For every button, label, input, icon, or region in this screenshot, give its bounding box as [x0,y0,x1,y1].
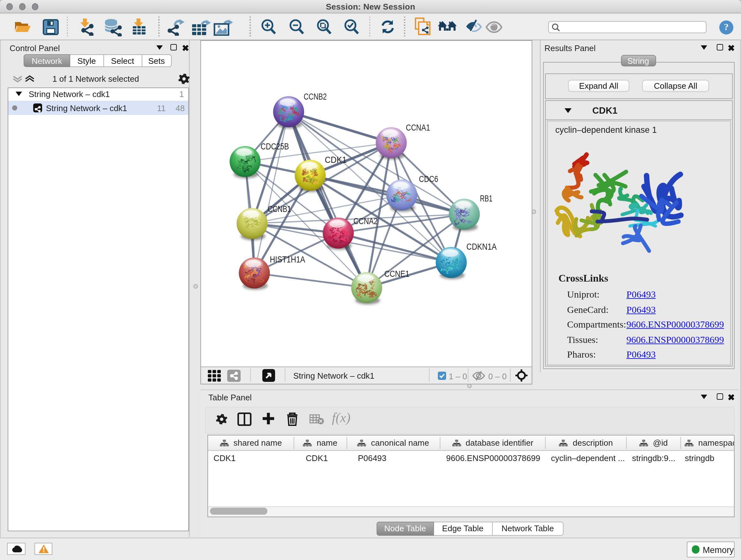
svg-text:CDK1: CDK1 [325,155,346,165]
svg-text:CDC25B: CDC25B [260,141,289,151]
svg-text:CDKN1A: CDKN1A [466,242,496,251]
svg-text:CCNA1: CCNA1 [406,123,430,132]
svg-text:CCNA2: CCNA2 [353,216,378,226]
svg-text:RB1: RB1 [480,193,492,203]
svg-text:HIST1H1A: HIST1H1A [270,254,305,264]
svg-text:CCNE1: CCNE1 [384,269,409,278]
svg-text:CCNB1: CCNB1 [267,204,291,213]
svg-text:CDC6: CDC6 [419,174,438,184]
svg-text:CCNB2: CCNB2 [304,91,327,101]
